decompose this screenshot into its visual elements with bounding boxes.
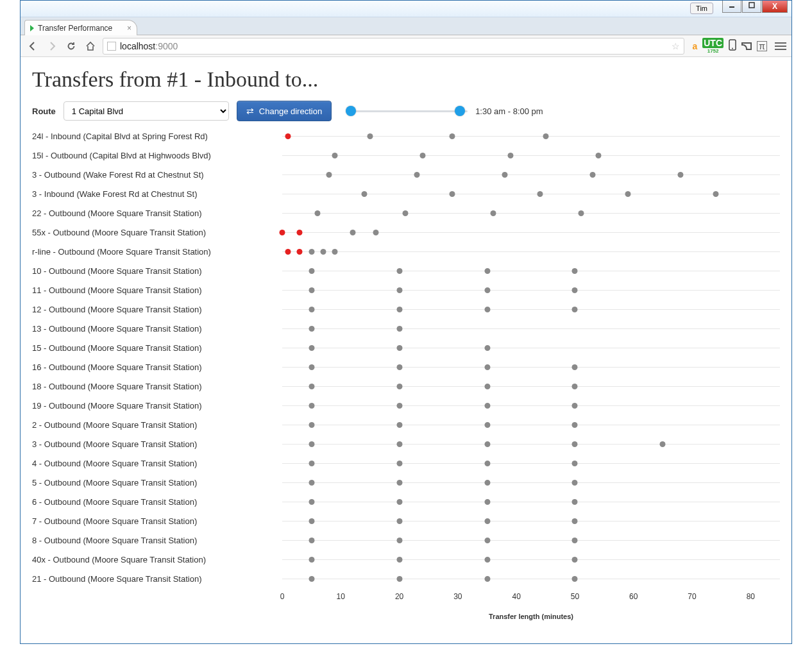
utc-clock-extension-icon[interactable]: UTC 1752 bbox=[702, 38, 723, 54]
chart-data-point[interactable] bbox=[396, 345, 402, 351]
chart-data-point[interactable] bbox=[367, 133, 373, 139]
chart-data-point[interactable] bbox=[309, 499, 314, 505]
slider-thumb-start[interactable] bbox=[346, 106, 356, 116]
pi-extension-icon[interactable]: π bbox=[757, 41, 767, 51]
chart-data-point[interactable] bbox=[484, 403, 490, 409]
chart-data-point[interactable] bbox=[572, 364, 578, 370]
chart-data-point[interactable] bbox=[572, 403, 578, 409]
chart-data-point[interactable] bbox=[589, 172, 595, 178]
chart-data-point[interactable] bbox=[484, 345, 490, 351]
chart-data-point[interactable] bbox=[396, 557, 402, 563]
chart-data-point[interactable] bbox=[572, 557, 578, 563]
chart-data-point[interactable] bbox=[309, 518, 314, 524]
nav-back-button[interactable] bbox=[26, 39, 40, 53]
chart-data-point[interactable] bbox=[677, 172, 683, 178]
chart-data-point[interactable] bbox=[309, 403, 314, 409]
chart-data-point[interactable] bbox=[309, 441, 314, 447]
chart-data-point[interactable] bbox=[396, 441, 402, 447]
chart-data-point[interactable] bbox=[625, 191, 630, 197]
chart-data-point[interactable] bbox=[578, 210, 584, 216]
chart-data-point[interactable] bbox=[572, 538, 578, 543]
chart-data-point[interactable] bbox=[490, 210, 496, 216]
chart-data-point[interactable] bbox=[285, 133, 291, 139]
chart-data-point[interactable] bbox=[326, 172, 332, 178]
chart-data-point[interactable] bbox=[484, 461, 490, 466]
chart-data-point[interactable] bbox=[572, 480, 578, 486]
chart-data-point[interactable] bbox=[572, 287, 578, 293]
window-close-button[interactable]: X bbox=[762, 1, 788, 13]
chart-data-point[interactable] bbox=[332, 249, 338, 255]
chart-data-point[interactable] bbox=[332, 153, 338, 158]
tab-close-icon[interactable]: × bbox=[127, 24, 131, 33]
chart-data-point[interactable] bbox=[396, 384, 402, 389]
chart-data-point[interactable] bbox=[396, 518, 402, 524]
chart-data-point[interactable] bbox=[396, 364, 402, 370]
chart-data-point[interactable] bbox=[502, 172, 507, 178]
browser-menu-button[interactable] bbox=[775, 42, 786, 50]
chart-data-point[interactable] bbox=[660, 441, 666, 447]
chart-data-point[interactable] bbox=[484, 518, 490, 524]
change-direction-button[interactable]: ⇄ Change direction bbox=[237, 101, 332, 121]
chart-data-point[interactable] bbox=[484, 557, 490, 563]
chart-data-point[interactable] bbox=[297, 249, 303, 255]
chart-data-point[interactable] bbox=[309, 422, 314, 428]
chart-data-point[interactable] bbox=[309, 480, 314, 486]
chart-data-point[interactable] bbox=[572, 518, 578, 524]
chart-data-point[interactable] bbox=[572, 268, 578, 274]
chart-data-point[interactable] bbox=[309, 307, 314, 312]
chart-data-point[interactable] bbox=[285, 249, 291, 255]
chart-data-point[interactable] bbox=[484, 422, 490, 428]
chart-data-point[interactable] bbox=[309, 345, 314, 351]
chart-data-point[interactable] bbox=[449, 133, 455, 139]
chart-data-point[interactable] bbox=[713, 191, 718, 197]
chart-data-point[interactable] bbox=[396, 307, 402, 312]
chart-data-point[interactable] bbox=[508, 153, 514, 158]
chart-data-point[interactable] bbox=[484, 384, 490, 389]
chart-data-point[interactable] bbox=[396, 499, 402, 505]
chart-data-point[interactable] bbox=[309, 326, 314, 332]
chart-data-point[interactable] bbox=[309, 364, 314, 370]
chart-data-point[interactable] bbox=[309, 268, 314, 274]
chart-data-point[interactable] bbox=[396, 538, 402, 543]
chart-data-point[interactable] bbox=[595, 153, 601, 158]
chart-data-point[interactable] bbox=[484, 268, 490, 274]
nav-forward-button[interactable] bbox=[45, 39, 59, 53]
nav-home-button[interactable] bbox=[83, 39, 97, 53]
window-minimize-button[interactable] bbox=[722, 1, 741, 13]
chart-data-point[interactable] bbox=[309, 538, 314, 543]
slider-thumb-end[interactable] bbox=[455, 106, 465, 116]
chart-data-point[interactable] bbox=[309, 287, 314, 293]
chart-data-point[interactable] bbox=[280, 230, 285, 235]
chart-data-point[interactable] bbox=[484, 480, 490, 486]
chart-data-point[interactable] bbox=[361, 191, 367, 197]
chart-data-point[interactable] bbox=[309, 557, 314, 563]
chart-data-point[interactable] bbox=[572, 384, 578, 389]
chart-data-point[interactable] bbox=[543, 133, 548, 139]
chart-data-point[interactable] bbox=[449, 191, 455, 197]
nav-reload-button[interactable] bbox=[64, 39, 78, 53]
phone-extension-icon[interactable] bbox=[729, 39, 736, 53]
cast-extension-icon[interactable] bbox=[741, 42, 752, 50]
chart-data-point[interactable] bbox=[572, 461, 578, 466]
chart-data-point[interactable] bbox=[484, 441, 490, 447]
chart-data-point[interactable] bbox=[314, 210, 320, 216]
chart-data-point[interactable] bbox=[297, 230, 303, 235]
chart-data-point[interactable] bbox=[309, 461, 314, 466]
chart-data-point[interactable] bbox=[484, 499, 490, 505]
chart-data-point[interactable] bbox=[537, 191, 543, 197]
chart-data-point[interactable] bbox=[396, 576, 402, 582]
chart-data-point[interactable] bbox=[572, 422, 578, 428]
chart-data-point[interactable] bbox=[396, 268, 402, 274]
chart-data-point[interactable] bbox=[396, 461, 402, 466]
amazon-extension-icon[interactable]: a bbox=[692, 41, 697, 51]
chart-data-point[interactable] bbox=[484, 538, 490, 543]
chart-data-point[interactable] bbox=[373, 230, 379, 235]
window-maximize-button[interactable] bbox=[742, 1, 761, 13]
chart-data-point[interactable] bbox=[402, 210, 408, 216]
route-select[interactable]: 1 Capital Blvd bbox=[63, 101, 229, 121]
chart-data-point[interactable] bbox=[320, 249, 326, 255]
user-pill[interactable]: Tim bbox=[690, 3, 713, 14]
chart-data-point[interactable] bbox=[414, 172, 419, 178]
browser-tab[interactable]: Transfer Performance × bbox=[24, 20, 137, 35]
chart-data-point[interactable] bbox=[309, 576, 314, 582]
